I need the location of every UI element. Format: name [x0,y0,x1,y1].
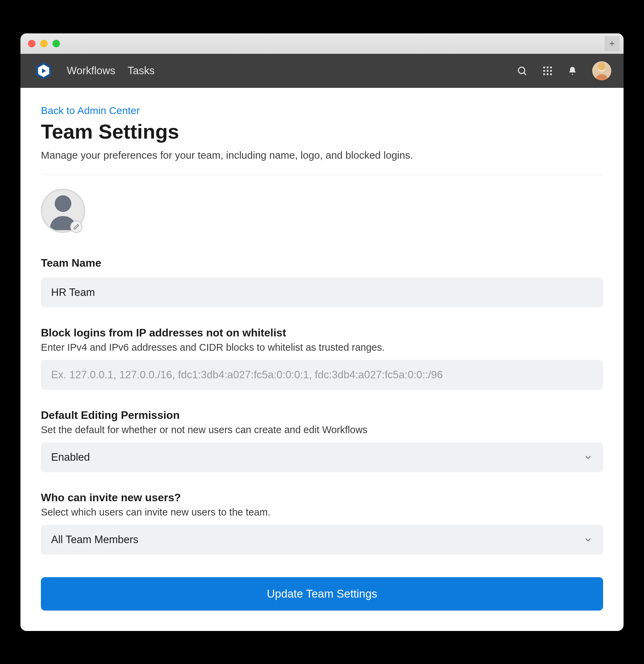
pencil-icon [73,224,79,230]
edit-permission-value: Enabled [51,451,90,463]
search-icon [517,65,527,76]
ip-whitelist-field: Block logins from IP addresses not on wh… [41,327,603,390]
page-content: Back to Admin Center Team Settings Manag… [20,88,624,631]
page-title: Team Settings [41,120,603,143]
close-window-button[interactable] [28,40,35,47]
ip-whitelist-input[interactable] [41,360,603,390]
svg-rect-13 [543,73,545,75]
top-navigation: Workflows Tasks [20,54,624,88]
svg-point-5 [518,67,525,74]
user-avatar[interactable] [592,61,611,80]
nav-links: Workflows Tasks [67,65,155,77]
edit-avatar-button[interactable] [70,221,82,233]
new-tab-button[interactable] [604,36,619,51]
plus-icon [608,40,616,47]
notifications-button[interactable] [568,66,577,76]
apps-grid-icon [542,66,553,76]
ip-whitelist-label: Block logins from IP addresses not on wh… [41,327,603,339]
bell-icon [568,66,577,76]
edit-permission-label: Default Editing Permission [41,409,603,422]
chevron-down-icon [583,453,593,462]
logo-icon [34,61,53,81]
team-name-input[interactable] [41,278,603,307]
svg-rect-9 [550,66,552,68]
avatar-icon [592,61,611,80]
maximize-window-button[interactable] [52,40,60,47]
nav-right [517,61,611,80]
svg-line-6 [524,73,526,75]
svg-rect-11 [547,70,549,72]
back-to-admin-link[interactable]: Back to Admin Center [41,105,140,116]
team-name-field: Team Name [41,257,603,307]
edit-permission-help: Set the default for whether or not new u… [41,424,603,436]
edit-permission-select[interactable]: Enabled [41,442,603,472]
invite-permission-help: Select which users can invite new users … [41,507,603,518]
invite-permission-field: Who can invite new users? Select which u… [41,491,603,555]
svg-rect-10 [543,70,545,72]
svg-rect-15 [550,73,552,75]
minimize-window-button[interactable] [40,40,48,47]
svg-rect-8 [547,66,549,68]
svg-rect-7 [543,66,545,68]
invite-permission-select[interactable]: All Team Members [41,525,603,555]
search-button[interactable] [517,65,527,76]
svg-point-18 [55,195,72,212]
edit-permission-field: Default Editing Permission Set the defau… [41,409,603,472]
app-logo[interactable] [33,60,55,82]
traffic-lights [28,40,60,47]
team-avatar-section [41,189,85,233]
update-settings-button[interactable]: Update Team Settings [41,577,603,611]
svg-rect-12 [550,70,552,72]
nav-workflows[interactable]: Workflows [67,65,115,77]
divider [41,175,603,175]
app-window: Workflows Tasks Back to Admin Cent [20,33,624,631]
window-titlebar [20,33,624,54]
page-description: Manage your preferences for your team, i… [41,149,603,161]
svg-rect-14 [547,73,549,75]
invite-permission-value: All Team Members [51,534,138,546]
invite-permission-label: Who can invite new users? [41,491,603,504]
team-name-label: Team Name [41,257,603,269]
ip-whitelist-help: Enter IPv4 and IPv6 addresses and CIDR b… [41,342,603,353]
apps-button[interactable] [542,66,553,76]
chevron-down-icon [583,535,593,544]
nav-tasks[interactable]: Tasks [127,65,154,77]
